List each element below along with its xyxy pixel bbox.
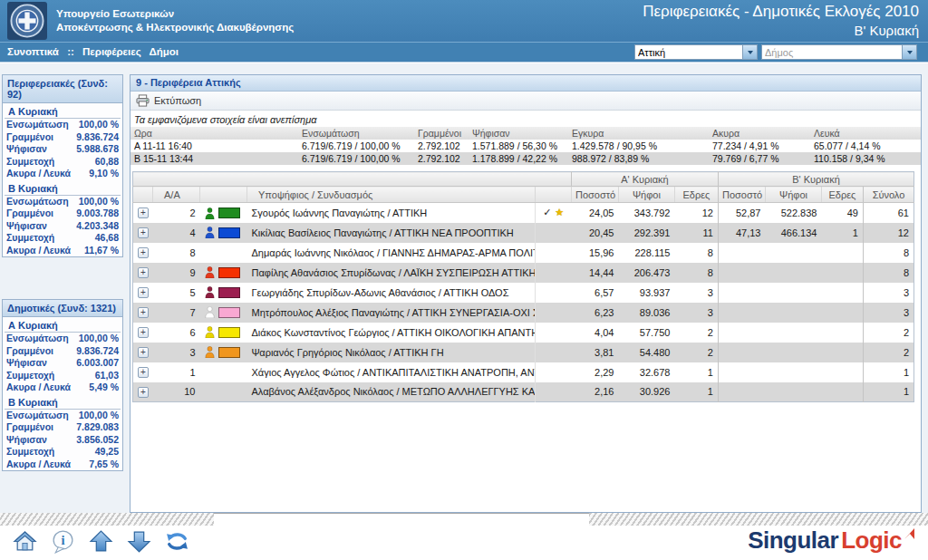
- expand-row-button[interactable]: +: [138, 367, 149, 378]
- municipality-combobox[interactable]: [761, 44, 917, 60]
- party-icons-cell: [200, 203, 247, 223]
- result-row: +3Ψαριανός Γρηγόριος Νικόλαος / ΑΤΤΙΚΗ Γ…: [133, 343, 914, 362]
- row-aa: 2: [153, 203, 200, 223]
- summary-row: Α 11-11 16:406.719/6.719 / 100,00 %2.792…: [130, 140, 921, 152]
- municipality-input[interactable]: [762, 45, 902, 59]
- stat-value: 49,25: [95, 446, 119, 459]
- result-row: +6Διάκος Κωνσταντίνος Γεώργιος / ΑΤΤΙΚΗ …: [133, 323, 914, 343]
- elected-cell: [535, 283, 571, 303]
- stat-label: Γραμμένοι: [6, 208, 53, 220]
- page-up-icon[interactable]: [89, 529, 113, 554]
- stat-value: 9,10 %: [89, 168, 119, 180]
- expand-row-button[interactable]: +: [138, 327, 149, 338]
- candidate-name: Παφίλης Αθανάσιος Σπυρίδωνας / ΛΑΪΚΗ ΣΥΣ…: [247, 263, 536, 283]
- pct-a: 2,29: [571, 362, 618, 382]
- stat-row: Γραμμένοι9.836.724: [3, 131, 122, 144]
- home-icon[interactable]: [13, 529, 37, 554]
- seats-b: [821, 382, 863, 402]
- summary-cell: 2.792.102: [414, 140, 469, 152]
- printer-icon: [136, 94, 150, 107]
- summary-row: Β 15-11 13:446.719/6.719 / 100,00 %2.792…: [130, 152, 921, 165]
- result-row: +8Δημαράς Ιωάννης Νικόλαος / ΓΙΑΝΝΗΣ ΔΗΜ…: [133, 243, 914, 263]
- election-title: Περιφερειακές - Δημοτικές Εκλογές 2010: [643, 2, 919, 22]
- pct-b: [718, 283, 765, 303]
- expand-row-button[interactable]: +: [138, 227, 149, 238]
- col-header-votes-b: Ψήφοι: [765, 187, 821, 203]
- votes-a: 292.391: [618, 223, 674, 243]
- pct-b: 47,13: [718, 223, 765, 243]
- stat-value: 4.203.348: [76, 220, 119, 233]
- candidate-name: Χάγιος Αγγελος Φώτιος / ΑΝΤΙΚΑΠΙΤΑΛΙΣΤΙΚ…: [247, 362, 536, 382]
- summary-cell: 65.077 / 4,14 %: [810, 140, 921, 152]
- party-icons-cell: [200, 323, 247, 343]
- stat-label: Ενσωμάτωση: [6, 196, 69, 208]
- summary-cell: 110.158 / 9,34 %: [810, 152, 921, 165]
- stat-value: 46,68: [95, 232, 119, 245]
- pct-b: 52,87: [718, 203, 765, 223]
- pct-b: [718, 323, 765, 343]
- expand-row-button[interactable]: +: [138, 387, 149, 398]
- candidate-name: Δημαράς Ιωάννης Νικόλαος / ΓΙΑΝΝΗΣ ΔΗΜΑΡ…: [247, 243, 536, 263]
- total-seats: 12: [863, 223, 914, 243]
- ministry-line2: Αποκέντρωσης & Ηλεκτρονικής Διακυβέρνηση…: [56, 21, 294, 34]
- summary-cell: 6.719/6.719 / 100,00 %: [298, 152, 414, 165]
- region-input[interactable]: [635, 45, 742, 59]
- seats-a: 12: [674, 203, 718, 223]
- stat-value: 9.003.788: [76, 208, 119, 220]
- votes-a: 343.792: [618, 203, 674, 223]
- stat-label: Ψήφισαν: [6, 434, 47, 447]
- divider-gap: [214, 513, 589, 526]
- votes-a: 89.036: [618, 303, 674, 323]
- col-header-aa: Α/Α: [153, 187, 200, 203]
- summary-cell: Α 11-11 16:40: [130, 140, 298, 152]
- nav-municipalities-link[interactable]: Δήμοι: [150, 46, 179, 57]
- seats-b: [821, 283, 863, 303]
- total-seats: 61: [863, 203, 914, 223]
- pct-a: 14,44: [571, 263, 618, 283]
- nav-overview-link[interactable]: Συνοπτικά: [7, 46, 59, 57]
- expand-row-button[interactable]: +: [138, 208, 149, 218]
- votes-a: 228.115: [618, 243, 674, 263]
- expand-row-button[interactable]: +: [138, 267, 149, 278]
- expand-row-button[interactable]: +: [138, 347, 149, 358]
- candidate-person-icon: [205, 346, 215, 358]
- party-color-swatch: [218, 227, 240, 238]
- info-icon[interactable]: i: [51, 529, 75, 554]
- page-down-icon[interactable]: [127, 529, 151, 554]
- results-table-wrap: Α' Κυριακή Β' Κυριακή Α/Α Υποψήφιος / Συ…: [132, 171, 914, 402]
- print-button[interactable]: Εκτύπωση: [136, 94, 201, 107]
- row-aa: 10: [153, 382, 200, 402]
- municipality-dropdown-arrow-icon[interactable]: [902, 45, 916, 59]
- ministry-name: Υπουργείο Εσωτερικών Αποκέντρωσης & Ηλεκ…: [56, 7, 294, 34]
- elected-cell: [535, 362, 571, 382]
- refresh-icon[interactable]: [165, 529, 189, 554]
- summary-col-header: Εγκυρα: [568, 127, 709, 140]
- elected-star-icon: ★: [555, 207, 564, 217]
- region-combobox[interactable]: [634, 44, 758, 60]
- party-icons-cell: [200, 382, 247, 402]
- elected-cell: [535, 343, 571, 362]
- votes-b: [765, 382, 821, 402]
- pct-b: [718, 243, 765, 263]
- expand-row-button[interactable]: +: [138, 307, 149, 318]
- total-seats: 3: [863, 303, 914, 323]
- total-seats: 8: [863, 243, 914, 263]
- region-dropdown-arrow-icon[interactable]: [742, 45, 757, 59]
- elected-cell: ✓★: [535, 203, 571, 223]
- col-header-pct-a: Ποσοστό: [571, 187, 618, 203]
- stat-value: 60,88: [95, 156, 119, 169]
- col-header-total: Σύνολο: [863, 187, 914, 203]
- elected-cell: [535, 263, 571, 283]
- stat-row: Ακυρα / Λευκά5,49 %: [3, 381, 122, 394]
- panel-title: 9 - Περιφέρεια Αττικής: [130, 75, 921, 92]
- expand-row-button[interactable]: +: [138, 247, 149, 258]
- stat-label: Συμμετοχή: [6, 156, 54, 169]
- expand-row-button[interactable]: +: [138, 287, 149, 298]
- result-row: +9Παφίλης Αθανάσιος Σπυρίδωνας / ΛΑΪΚΗ Σ…: [133, 263, 914, 283]
- candidate-name: Γεωργιάδης Σπυρίδων-Αδωνις Αθανάσιος / Α…: [247, 283, 536, 303]
- nav-regions-link[interactable]: Περιφέρειες: [82, 46, 141, 57]
- elected-cell: [535, 303, 571, 323]
- candidate-person-icon: [205, 306, 215, 318]
- stats-section-title: Α Κυριακή: [5, 103, 121, 119]
- votes-b: 466.134: [765, 223, 821, 243]
